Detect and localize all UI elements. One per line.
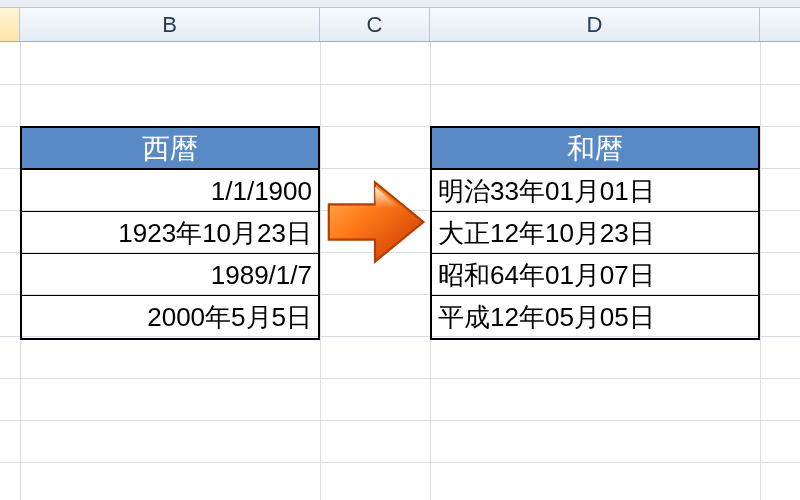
table-row[interactable]: 1989/1/7	[22, 254, 318, 296]
app-chrome-strip	[0, 0, 800, 8]
cell-value: 大正12年10月23日	[438, 218, 655, 248]
cell-value: 1/1/1900	[211, 176, 312, 206]
col-header-label: B	[162, 12, 177, 38]
right-table-header: 和暦	[432, 128, 758, 170]
col-header-B[interactable]: B	[20, 8, 320, 41]
cell-value: 明治33年01月01日	[438, 176, 655, 206]
cell-value: 2000年5月5日	[147, 302, 312, 332]
cell-value: 昭和64年01月07日	[438, 260, 655, 290]
col-header-C[interactable]: C	[320, 8, 430, 41]
right-table: 和暦 明治33年01月01日 大正12年10月23日 昭和64年01月07日 平…	[430, 126, 760, 340]
table-row[interactable]: 大正12年10月23日	[432, 212, 758, 254]
table-row[interactable]: 昭和64年01月07日	[432, 254, 758, 296]
left-table: 西暦 1/1/1900 1923年10月23日 1989/1/7 2000年5月…	[20, 126, 320, 340]
spreadsheet-view: B C D 西暦 1/1/1900 1923年10月23日	[0, 0, 800, 500]
right-arrow-icon	[320, 167, 430, 277]
table-row[interactable]: 1923年10月23日	[22, 212, 318, 254]
table-row[interactable]: 2000年5月5日	[22, 296, 318, 338]
table-row[interactable]: 1/1/1900	[22, 170, 318, 212]
left-table-header: 西暦	[22, 128, 318, 170]
col-header-A[interactable]	[0, 8, 20, 41]
col-header-E[interactable]	[760, 8, 800, 41]
grid-area[interactable]: 西暦 1/1/1900 1923年10月23日 1989/1/7 2000年5月…	[0, 42, 800, 500]
column-header-row: B C D	[0, 8, 800, 42]
col-header-label: C	[367, 12, 383, 38]
cell-value: 1923年10月23日	[118, 218, 312, 248]
header-text: 西暦	[142, 133, 198, 164]
table-row[interactable]: 平成12年05月05日	[432, 296, 758, 338]
cell-value: 1989/1/7	[211, 260, 312, 290]
col-header-D[interactable]: D	[430, 8, 760, 41]
header-text: 和暦	[567, 133, 623, 164]
col-header-label: D	[587, 12, 603, 38]
cell-value: 平成12年05月05日	[438, 302, 655, 332]
table-row[interactable]: 明治33年01月01日	[432, 170, 758, 212]
